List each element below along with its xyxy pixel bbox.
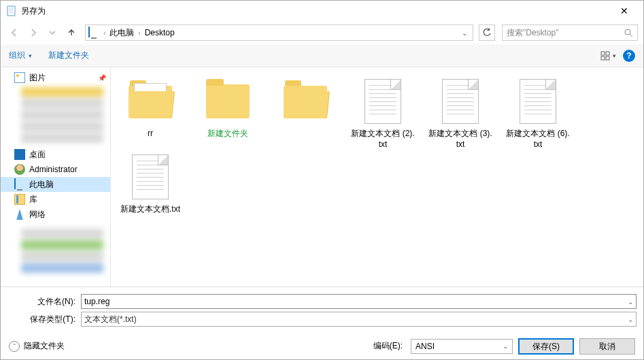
folder-item[interactable]: 新建文件夹	[195, 77, 260, 150]
file-list[interactable]: rr 新建文件夹 新建文本文档 (2).txt 新建文本文档 (3).txt 新…	[111, 67, 643, 287]
blurred-items	[21, 229, 103, 273]
cancel-button[interactable]: 取消	[579, 338, 635, 355]
folder-item[interactable]: rr	[118, 77, 183, 150]
file-item[interactable]: 新建文本文档.txt	[118, 152, 183, 215]
pc-icon	[88, 27, 99, 38]
sidebar-item-admin[interactable]: Administrator	[1, 162, 110, 177]
filename-label: 文件名(N):	[7, 296, 81, 308]
chevron-down-icon[interactable]: ⌄	[628, 316, 633, 323]
breadcrumb-desktop[interactable]: Desktop	[142, 28, 177, 37]
pictures-icon	[14, 72, 25, 83]
sidebar-item-thispc[interactable]: 此电脑	[1, 177, 110, 192]
file-item[interactable]: 新建文本文档 (3).txt	[428, 77, 493, 150]
search-placeholder: 搜索"Desktop"	[507, 27, 624, 39]
sidebar-item-libraries[interactable]: 库	[1, 192, 110, 207]
organize-menu[interactable]: 组织 ▾	[9, 50, 32, 61]
new-folder-button[interactable]: 新建文件夹	[48, 50, 89, 61]
window-title: 另存为	[21, 5, 611, 17]
pc-icon	[14, 179, 25, 190]
svg-rect-9	[606, 56, 609, 60]
hide-folders-toggle[interactable]: ˄ 隐藏文件夹	[9, 340, 65, 352]
filename-input[interactable]: tup.reg ⌄	[81, 294, 637, 309]
chevron-up-icon: ˄	[9, 341, 20, 352]
svg-rect-7	[606, 52, 609, 55]
recent-dropdown[interactable]	[44, 24, 61, 41]
file-item[interactable]: 新建文本文档 (6).txt	[505, 77, 571, 150]
folder-item[interactable]	[273, 77, 338, 150]
filetype-select[interactable]: 文本文档(*.txt) ⌄	[81, 312, 637, 327]
forward-button[interactable]	[25, 24, 41, 41]
network-icon	[14, 209, 25, 220]
user-icon	[14, 164, 25, 175]
breadcrumb-sep: ›	[137, 29, 141, 37]
desktop-icon	[14, 149, 25, 160]
pin-icon: 📌	[98, 74, 106, 82]
document-icon	[6, 5, 17, 16]
libraries-icon	[14, 194, 25, 205]
footer: ˄ 隐藏文件夹 编码(E): ANSI ⌄ 保存(S) 取消	[1, 332, 643, 359]
chevron-down-icon[interactable]: ⌄	[628, 298, 633, 306]
refresh-button[interactable]	[479, 24, 495, 41]
sidebar: 图片 📌 桌面 Administrator 此电脑 库 网络	[1, 67, 111, 287]
filetype-label: 保存类型(T):	[7, 314, 81, 325]
svg-point-4	[625, 29, 630, 35]
toolbar: 组织 ▾ 新建文件夹 ▾ ?	[1, 44, 643, 67]
file-item[interactable]: 新建文本文档 (2).txt	[350, 77, 416, 150]
close-button[interactable]: ✕	[611, 5, 638, 16]
sidebar-item-desktop[interactable]: 桌面	[1, 147, 110, 162]
save-button[interactable]: 保存(S)	[518, 338, 574, 355]
breadcrumb-thispc[interactable]: 此电脑	[107, 27, 137, 39]
save-panel: 文件名(N): tup.reg ⌄ 保存类型(T): 文本文档(*.txt) ⌄	[1, 287, 643, 332]
address-bar[interactable]: › 此电脑 › Desktop ⌄	[85, 24, 473, 41]
main-area: 图片 📌 桌面 Administrator 此电脑 库 网络	[1, 67, 643, 287]
svg-rect-0	[7, 6, 15, 16]
up-button[interactable]	[63, 24, 80, 41]
address-dropdown-icon[interactable]: ⌄	[459, 29, 470, 37]
svg-rect-8	[601, 56, 605, 60]
search-box[interactable]: 搜索"Desktop"	[502, 24, 638, 41]
help-button[interactable]: ?	[623, 50, 635, 62]
sidebar-item-pictures[interactable]: 图片 📌	[1, 70, 110, 85]
search-icon	[624, 29, 633, 37]
back-button[interactable]	[6, 24, 22, 41]
chevron-down-icon: ⌄	[503, 342, 508, 350]
sidebar-item-network[interactable]: 网络	[1, 207, 110, 222]
svg-rect-6	[601, 52, 605, 55]
nav-row: › 此电脑 › Desktop ⌄ 搜索"Desktop"	[1, 21, 643, 44]
svg-line-5	[630, 34, 632, 37]
breadcrumb-sep: ›	[102, 29, 107, 37]
encoding-label: 编码(E):	[373, 340, 403, 352]
view-options-button[interactable]: ▾	[600, 51, 616, 61]
blurred-items	[21, 87, 103, 143]
titlebar: 另存为 ✕	[1, 1, 643, 21]
encoding-select[interactable]: ANSI ⌄	[411, 339, 513, 354]
